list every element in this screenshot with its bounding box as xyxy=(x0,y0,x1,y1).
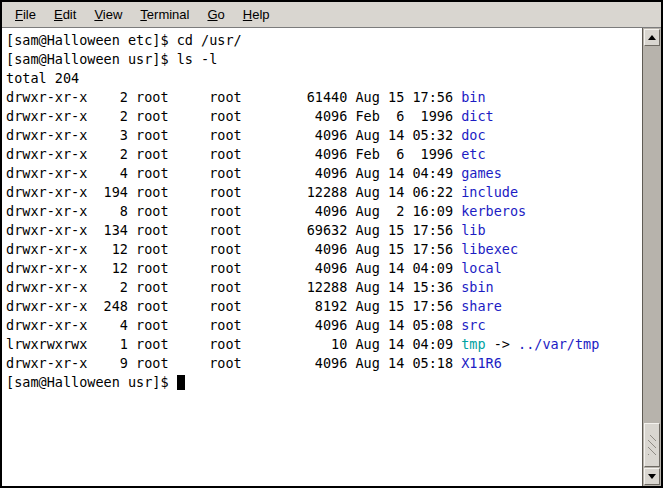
terminal-line: total 204 xyxy=(6,69,642,88)
scrollbar-thumb[interactable] xyxy=(644,423,660,467)
file-name: tmp xyxy=(461,336,485,352)
menu-item-mnemonic: V xyxy=(94,7,102,22)
scroll-down-button[interactable] xyxy=(644,468,660,485)
terminal-line: [sam@Halloween usr]$ ls -l xyxy=(6,50,642,69)
terminal-line: drwxr-xr-x 4 root root 4096 Aug 14 05:08… xyxy=(6,316,642,335)
file-name: games xyxy=(461,165,502,181)
scroll-down-icon xyxy=(648,474,656,479)
menu-item-file[interactable]: File xyxy=(6,3,45,26)
menu-item-view[interactable]: View xyxy=(85,3,131,26)
terminal-line: drwxr-xr-x 248 root root 8192 Aug 15 17:… xyxy=(6,297,642,316)
terminal-line: [sam@Halloween etc]$ cd /usr/ xyxy=(6,31,642,50)
terminal-line: drwxr-xr-x 2 root root 12288 Aug 14 15:3… xyxy=(6,278,642,297)
menu-item-mnemonic: E xyxy=(54,7,63,22)
file-name: bin xyxy=(461,89,485,105)
file-name: sbin xyxy=(461,279,494,295)
file-name: src xyxy=(461,317,485,333)
terminal-line: drwxr-xr-x 2 root root 61440 Aug 15 17:5… xyxy=(6,88,642,107)
terminal-line: drwxr-xr-x 134 root root 69632 Aug 15 17… xyxy=(6,221,642,240)
menu-item-mnemonic: F xyxy=(15,7,23,22)
menu-item-edit[interactable]: Edit xyxy=(45,3,85,26)
terminal-line: lrwxrwxrwx 1 root root 10 Aug 14 04:09 t… xyxy=(6,335,642,354)
file-name: X11R6 xyxy=(461,355,502,371)
terminal-line: drwxr-xr-x 194 root root 12288 Aug 14 06… xyxy=(6,183,642,202)
file-name: local xyxy=(461,260,502,276)
terminal-line: drwxr-xr-x 12 root root 4096 Aug 14 04:0… xyxy=(6,259,642,278)
file-name: doc xyxy=(461,127,485,143)
terminal-line: drwxr-xr-x 8 root root 4096 Aug 2 16:09 … xyxy=(6,202,642,221)
menu-item-go[interactable]: Go xyxy=(198,3,233,26)
terminal-line: drwxr-xr-x 3 root root 4096 Aug 14 05:32… xyxy=(6,126,642,145)
terminal-line: drwxr-xr-x 2 root root 4096 Feb 6 1996 d… xyxy=(6,107,642,126)
terminal-line: drwxr-xr-x 2 root root 4096 Feb 6 1996 e… xyxy=(6,145,642,164)
scrollbar[interactable] xyxy=(642,28,661,486)
file-name: dict xyxy=(461,108,494,124)
menu-item-terminal[interactable]: Terminal xyxy=(131,3,198,26)
file-name: kerberos xyxy=(461,203,526,219)
terminal-cursor xyxy=(177,375,185,390)
menu-item-mnemonic: H xyxy=(243,7,252,22)
menu-bar: FileEditViewTerminalGoHelp xyxy=(2,2,661,28)
menu-item-mnemonic: G xyxy=(207,7,217,22)
terminal-line: drwxr-xr-x 9 root root 4096 Aug 14 05:18… xyxy=(6,354,642,373)
file-name: lib xyxy=(461,222,485,238)
terminal-line: [sam@Halloween usr]$ xyxy=(6,373,642,392)
file-name: libexec xyxy=(461,241,518,257)
symlink-target: ../var/tmp xyxy=(518,336,599,352)
terminal-window: FileEditViewTerminalGoHelp [sam@Hallowee… xyxy=(0,0,663,488)
terminal-output[interactable]: [sam@Halloween etc]$ cd /usr/[sam@Hallow… xyxy=(2,28,642,486)
menu-item-help[interactable]: Help xyxy=(234,3,279,26)
terminal-line: drwxr-xr-x 4 root root 4096 Aug 14 04:49… xyxy=(6,164,642,183)
scroll-up-icon xyxy=(648,35,656,40)
scroll-up-button[interactable] xyxy=(644,29,660,46)
file-name: share xyxy=(461,298,502,314)
file-name: include xyxy=(461,184,518,200)
terminal-line: drwxr-xr-x 12 root root 4096 Aug 15 17:5… xyxy=(6,240,642,259)
menu-item-mnemonic: T xyxy=(140,7,147,22)
file-name: etc xyxy=(461,146,485,162)
